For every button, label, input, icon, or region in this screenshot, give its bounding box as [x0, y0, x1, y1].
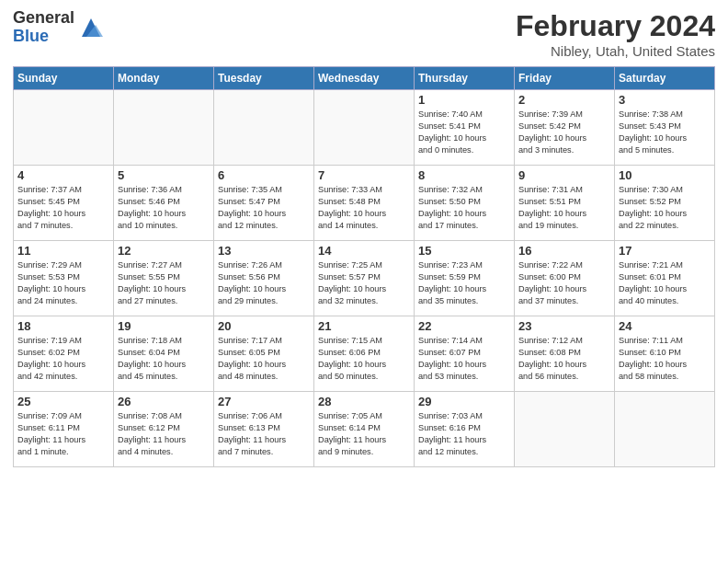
day-info: Sunrise: 7:03 AM Sunset: 6:16 PM Dayligh…	[418, 410, 510, 458]
table-cell: 21Sunrise: 7:15 AM Sunset: 6:06 PM Dayli…	[314, 316, 415, 392]
logo-general: General	[13, 9, 74, 28]
day-number: 6	[218, 168, 310, 182]
day-number: 22	[418, 319, 510, 333]
sub-title: Nibley, Utah, United States	[516, 43, 715, 59]
table-cell: 8Sunrise: 7:32 AM Sunset: 5:50 PM Daylig…	[415, 166, 515, 241]
logo-icon	[77, 14, 105, 41]
calendar-body: 1Sunrise: 7:40 AM Sunset: 5:41 PM Daylig…	[14, 90, 715, 467]
day-info: Sunrise: 7:15 AM Sunset: 6:06 PM Dayligh…	[318, 335, 410, 383]
calendar-week-row: 1Sunrise: 7:40 AM Sunset: 5:41 PM Daylig…	[14, 90, 715, 166]
page: General Blue February 2024 Nibley, Utah,…	[0, 0, 728, 563]
table-cell: 2Sunrise: 7:39 AM Sunset: 5:42 PM Daylig…	[515, 90, 615, 166]
table-cell	[515, 392, 615, 467]
logo-text: General Blue	[13, 9, 74, 46]
table-cell: 25Sunrise: 7:09 AM Sunset: 6:11 PM Dayli…	[14, 392, 114, 467]
day-info: Sunrise: 7:12 AM Sunset: 6:08 PM Dayligh…	[518, 335, 610, 383]
table-cell: 22Sunrise: 7:14 AM Sunset: 6:07 PM Dayli…	[415, 316, 515, 392]
table-cell: 16Sunrise: 7:22 AM Sunset: 6:00 PM Dayli…	[515, 241, 615, 316]
table-cell	[615, 392, 715, 467]
table-cell: 24Sunrise: 7:11 AM Sunset: 6:10 PM Dayli…	[615, 316, 715, 392]
day-info: Sunrise: 7:36 AM Sunset: 5:46 PM Dayligh…	[118, 184, 210, 232]
day-info: Sunrise: 7:35 AM Sunset: 5:47 PM Dayligh…	[218, 184, 310, 232]
day-number: 23	[518, 319, 610, 333]
table-cell: 29Sunrise: 7:03 AM Sunset: 6:16 PM Dayli…	[415, 392, 515, 467]
day-number: 19	[118, 319, 210, 333]
title-area: February 2024 Nibley, Utah, United State…	[516, 9, 715, 59]
day-info: Sunrise: 7:40 AM Sunset: 5:41 PM Dayligh…	[418, 109, 510, 156]
day-info: Sunrise: 7:19 AM Sunset: 6:02 PM Dayligh…	[17, 335, 109, 383]
day-info: Sunrise: 7:37 AM Sunset: 5:45 PM Dayligh…	[17, 184, 109, 232]
calendar-header-row: Sunday Monday Tuesday Wednesday Thursday…	[14, 67, 715, 90]
day-number: 10	[619, 168, 711, 182]
col-tuesday: Tuesday	[214, 67, 314, 90]
day-info: Sunrise: 7:22 AM Sunset: 6:00 PM Dayligh…	[518, 259, 610, 307]
day-number: 5	[118, 168, 210, 182]
day-info: Sunrise: 7:14 AM Sunset: 6:07 PM Dayligh…	[418, 335, 510, 383]
day-number: 9	[518, 168, 610, 182]
main-title: February 2024	[516, 9, 715, 43]
calendar-week-row: 4Sunrise: 7:37 AM Sunset: 5:45 PM Daylig…	[14, 166, 715, 241]
table-cell: 6Sunrise: 7:35 AM Sunset: 5:47 PM Daylig…	[214, 166, 314, 241]
table-cell: 11Sunrise: 7:29 AM Sunset: 5:53 PM Dayli…	[14, 241, 114, 316]
table-cell	[14, 90, 114, 166]
day-info: Sunrise: 7:25 AM Sunset: 5:57 PM Dayligh…	[318, 259, 410, 307]
day-info: Sunrise: 7:31 AM Sunset: 5:51 PM Dayligh…	[518, 184, 610, 232]
day-number: 7	[318, 168, 410, 182]
day-info: Sunrise: 7:05 AM Sunset: 6:14 PM Dayligh…	[318, 410, 410, 458]
day-number: 16	[518, 244, 610, 258]
table-cell: 7Sunrise: 7:33 AM Sunset: 5:48 PM Daylig…	[314, 166, 415, 241]
day-info: Sunrise: 7:32 AM Sunset: 5:50 PM Dayligh…	[418, 184, 510, 232]
day-info: Sunrise: 7:39 AM Sunset: 5:42 PM Dayligh…	[518, 109, 610, 156]
day-number: 25	[17, 395, 109, 408]
day-info: Sunrise: 7:09 AM Sunset: 6:11 PM Dayligh…	[17, 410, 109, 458]
day-info: Sunrise: 7:06 AM Sunset: 6:13 PM Dayligh…	[218, 410, 310, 458]
table-cell	[114, 90, 214, 166]
day-number: 20	[218, 319, 310, 333]
table-cell: 23Sunrise: 7:12 AM Sunset: 6:08 PM Dayli…	[515, 316, 615, 392]
table-cell: 17Sunrise: 7:21 AM Sunset: 6:01 PM Dayli…	[615, 241, 715, 316]
day-info: Sunrise: 7:27 AM Sunset: 5:55 PM Dayligh…	[118, 259, 210, 307]
day-number: 11	[17, 244, 109, 258]
table-cell	[314, 90, 415, 166]
day-info: Sunrise: 7:23 AM Sunset: 5:59 PM Dayligh…	[418, 259, 510, 307]
table-cell: 1Sunrise: 7:40 AM Sunset: 5:41 PM Daylig…	[415, 90, 515, 166]
table-cell: 13Sunrise: 7:26 AM Sunset: 5:56 PM Dayli…	[214, 241, 314, 316]
day-info: Sunrise: 7:21 AM Sunset: 6:01 PM Dayligh…	[619, 259, 711, 307]
day-number: 24	[619, 319, 711, 333]
calendar-table: Sunday Monday Tuesday Wednesday Thursday…	[13, 66, 715, 467]
day-number: 26	[118, 395, 210, 408]
day-number: 27	[218, 395, 310, 408]
logo-area: General Blue	[13, 9, 105, 46]
table-cell	[214, 90, 314, 166]
calendar-week-row: 18Sunrise: 7:19 AM Sunset: 6:02 PM Dayli…	[14, 316, 715, 392]
col-saturday: Saturday	[615, 67, 715, 90]
day-info: Sunrise: 7:18 AM Sunset: 6:04 PM Dayligh…	[118, 335, 210, 383]
day-info: Sunrise: 7:17 AM Sunset: 6:05 PM Dayligh…	[218, 335, 310, 383]
table-cell: 20Sunrise: 7:17 AM Sunset: 6:05 PM Dayli…	[214, 316, 314, 392]
day-number: 3	[619, 93, 711, 107]
day-number: 13	[218, 244, 310, 258]
table-cell: 12Sunrise: 7:27 AM Sunset: 5:55 PM Dayli…	[114, 241, 214, 316]
day-info: Sunrise: 7:30 AM Sunset: 5:52 PM Dayligh…	[619, 184, 711, 232]
day-number: 21	[318, 319, 410, 333]
table-cell: 28Sunrise: 7:05 AM Sunset: 6:14 PM Dayli…	[314, 392, 415, 467]
day-info: Sunrise: 7:38 AM Sunset: 5:43 PM Dayligh…	[619, 109, 711, 156]
col-sunday: Sunday	[14, 67, 114, 90]
table-cell: 14Sunrise: 7:25 AM Sunset: 5:57 PM Dayli…	[314, 241, 415, 316]
day-number: 8	[418, 168, 510, 182]
day-number: 29	[418, 395, 510, 408]
day-info: Sunrise: 7:08 AM Sunset: 6:12 PM Dayligh…	[118, 410, 210, 458]
day-number: 1	[418, 93, 510, 107]
table-cell: 4Sunrise: 7:37 AM Sunset: 5:45 PM Daylig…	[14, 166, 114, 241]
col-monday: Monday	[114, 67, 214, 90]
day-info: Sunrise: 7:29 AM Sunset: 5:53 PM Dayligh…	[17, 259, 109, 307]
day-number: 17	[619, 244, 711, 258]
day-info: Sunrise: 7:11 AM Sunset: 6:10 PM Dayligh…	[619, 335, 711, 383]
col-wednesday: Wednesday	[314, 67, 415, 90]
table-cell: 18Sunrise: 7:19 AM Sunset: 6:02 PM Dayli…	[14, 316, 114, 392]
table-cell: 19Sunrise: 7:18 AM Sunset: 6:04 PM Dayli…	[114, 316, 214, 392]
day-number: 18	[17, 319, 109, 333]
calendar-week-row: 11Sunrise: 7:29 AM Sunset: 5:53 PM Dayli…	[14, 241, 715, 316]
col-friday: Friday	[515, 67, 615, 90]
table-cell: 5Sunrise: 7:36 AM Sunset: 5:46 PM Daylig…	[114, 166, 214, 241]
